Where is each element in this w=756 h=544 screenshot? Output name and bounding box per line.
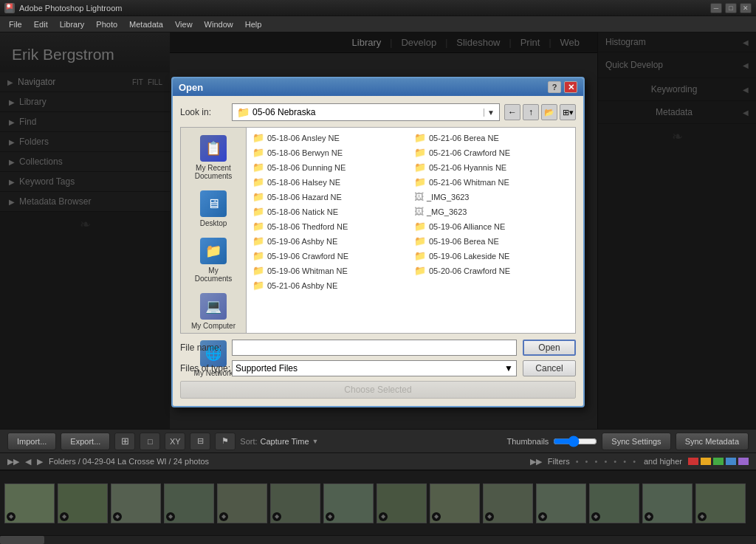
file-item[interactable]: 📁05-21-06 Hyannis NE (411, 160, 572, 174)
filter-bar: ▶▶ ◀ ▶ Folders / 04-29-04 La Crosse WI /… (0, 452, 756, 470)
my-computer-icon: 💻 (200, 293, 227, 320)
sort-value[interactable]: Capture Time (261, 437, 309, 446)
red-filter[interactable] (688, 458, 698, 465)
filter-dots: • • • • • • • (576, 457, 638, 466)
lookin-row: Look in: 📁 05-06 Nebraska ▼ ← ↑ 📂 ⊞▾ (180, 103, 576, 121)
file-item[interactable]: 🖼_MG_3623 (411, 204, 572, 218)
window-controls: ─ □ ✕ (710, 3, 752, 13)
thumbnail-size-slider[interactable] (553, 436, 597, 447)
compare-view-button[interactable]: XY (165, 433, 185, 450)
nav-back-button[interactable]: ▶▶ (7, 457, 19, 466)
filmstrip: ◆ ◆ ◆ ◆ ◆ ◆ ◆ ◆ ◆ (0, 470, 756, 535)
blue-filter[interactable] (726, 458, 736, 465)
and-higher[interactable]: and higher (644, 457, 682, 466)
my-computer-label: My Computer (191, 322, 236, 330)
filename-label: File name: (180, 342, 232, 353)
file-item[interactable]: 📁05-19-06 Lakeside NE (411, 249, 572, 263)
folder-icon: 📁 (252, 250, 264, 261)
film-thumb[interactable]: ◆ (589, 483, 639, 523)
lookin-select[interactable]: 📁 05-06 Nebraska ▼ (232, 103, 500, 121)
film-thumb[interactable]: ◆ (377, 483, 427, 523)
shortcut-my-documents[interactable]: 📁 My Documents (188, 235, 239, 286)
shortcut-my-computer[interactable]: 💻 My Computer (188, 290, 239, 333)
open-button[interactable]: Open (523, 340, 576, 356)
back-button[interactable]: ← (504, 104, 520, 120)
film-thumb[interactable]: ◆ (217, 483, 267, 523)
new-folder-button[interactable]: 📂 (541, 104, 557, 120)
film-thumb[interactable]: ◆ (430, 483, 480, 523)
file-item[interactable]: 📁05-18-06 Ansley NE (250, 131, 410, 145)
filename-input[interactable] (232, 340, 517, 356)
titlebar: 🎴 Adobe Photoshop Lightroom ─ □ ✕ (0, 0, 756, 16)
loupe-view-button[interactable]: □ (140, 433, 160, 450)
file-item[interactable]: 🖼_IMG_3623 (411, 190, 572, 204)
file-item[interactable]: 📁05-21-06 Whitman NE (411, 175, 572, 189)
green-filter[interactable] (713, 458, 724, 465)
film-thumb[interactable]: ◆ (483, 483, 533, 523)
file-item[interactable]: 📁05-18-06 Natick NE (250, 204, 410, 218)
import-button[interactable]: Import... (7, 433, 56, 450)
dialog-help-button[interactable]: ? (548, 81, 561, 93)
film-thumb[interactable]: ◆ (4, 483, 55, 523)
yellow-filter[interactable] (701, 458, 711, 465)
badge: ◆ (591, 512, 600, 521)
film-thumb[interactable]: ◆ (111, 483, 161, 523)
grid-view-button[interactable]: ⊞ (114, 433, 135, 450)
color-filters (688, 458, 749, 465)
survey-view-button[interactable]: ⊟ (190, 433, 210, 450)
menu-metadata[interactable]: Metadata (123, 18, 169, 30)
menu-edit[interactable]: Edit (28, 18, 54, 30)
file-item[interactable]: 📁05-21-06 Ashby NE (250, 278, 410, 292)
purple-filter[interactable] (738, 458, 749, 465)
cancel-button[interactable]: Cancel (523, 360, 576, 376)
menu-help[interactable]: Help (239, 18, 268, 30)
nav-prev-button[interactable]: ◀ (25, 457, 31, 466)
sync-metadata-button[interactable]: Sync Metadata (676, 433, 749, 450)
shortcut-panel: 📋 My Recent Documents 🖥 Desktop 📁 My Do (180, 127, 247, 334)
menu-window[interactable]: Window (199, 18, 239, 30)
nav-next-button[interactable]: ▶ (37, 457, 43, 466)
shortcut-desktop[interactable]: 🖥 Desktop (188, 187, 239, 230)
file-item[interactable]: 📁05-21-06 Crawford NE (411, 145, 572, 159)
file-item[interactable]: 📁05-18-06 Thedford NE (250, 219, 410, 233)
file-item[interactable]: 📁05-19-06 Ashby NE (250, 234, 410, 248)
close-button[interactable]: ✕ (740, 3, 752, 13)
filetype-select[interactable]: Supported Files ▼ (232, 360, 517, 376)
film-thumb[interactable]: ◆ (536, 483, 586, 523)
image-icon: 🖼 (414, 191, 424, 202)
shortcut-recent-docs[interactable]: 📋 My Recent Documents (188, 132, 239, 183)
film-thumb[interactable]: ◆ (58, 483, 108, 523)
film-thumb[interactable]: ◆ (323, 483, 374, 523)
filter-text[interactable]: Filters (548, 457, 570, 466)
film-thumb[interactable]: ◆ (695, 483, 746, 523)
file-item[interactable]: 📁05-19-06 Whitman NE (250, 264, 410, 278)
file-item[interactable]: 📁05-18-06 Halsey NE (250, 175, 410, 189)
up-button[interactable]: ↑ (523, 104, 539, 120)
view-menu-button[interactable]: ⊞▾ (560, 104, 576, 120)
flag-button[interactable]: ⚑ (215, 433, 236, 450)
menu-view[interactable]: View (169, 18, 199, 30)
export-button[interactable]: Export... (61, 433, 110, 450)
file-item[interactable]: 📁05-21-06 Berea NE (411, 131, 572, 145)
menu-photo[interactable]: Photo (90, 18, 123, 30)
menu-file[interactable]: File (3, 18, 28, 30)
menu-library[interactable]: Library (54, 18, 91, 30)
dialog-close-button[interactable]: ✕ (564, 81, 577, 93)
file-item[interactable]: 📁05-18-06 Dunning NE (250, 160, 410, 174)
file-item[interactable]: 📁05-18-06 Hazard NE (250, 190, 410, 204)
file-item[interactable]: 📁05-19-06 Crawford NE (250, 249, 410, 263)
restore-button[interactable]: □ (725, 3, 737, 13)
file-item[interactable]: 📁05-19-06 Alliance NE (411, 219, 572, 233)
film-thumb[interactable]: ◆ (164, 483, 214, 523)
sync-settings-button[interactable]: Sync Settings (602, 433, 670, 450)
minimize-button[interactable]: ─ (710, 3, 722, 13)
choose-selected-button[interactable]: Choose Selected (180, 381, 576, 399)
film-thumb[interactable]: ◆ (642, 483, 693, 523)
file-item[interactable]: 📁05-18-06 Berwyn NE (250, 145, 410, 159)
file-item[interactable]: 📁05-20-06 Crawford NE (411, 264, 572, 278)
scrollbar-bottom[interactable] (0, 535, 756, 544)
film-thumb[interactable]: ◆ (270, 483, 320, 523)
folder-icon: 📁 (414, 176, 426, 187)
file-item[interactable]: 📁05-19-06 Berea NE (411, 234, 572, 248)
folder-icon: 📁 (252, 235, 264, 247)
